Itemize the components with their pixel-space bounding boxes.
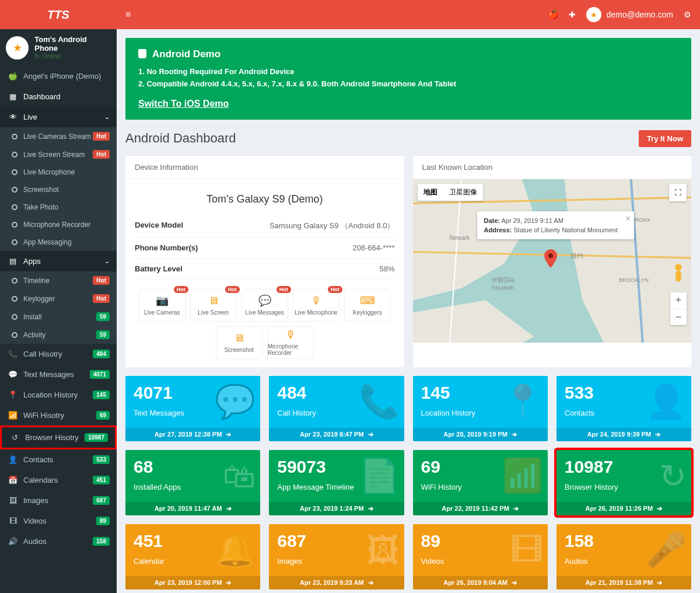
sidebar-item-live-microphone[interactable]: Live Microphone	[0, 163, 117, 181]
stat-card-app-message-timeline[interactable]: 59073App Message Timeline📄Apr 23, 2019 1…	[269, 450, 404, 515]
sidebar-item-location-history[interactable]: 📍Location History145	[0, 385, 117, 405]
stat-timestamp: Apr 24, 2019 9:39 PM	[556, 428, 691, 441]
stat-card-text-messages[interactable]: 4071Text Messages💬Apr 27, 2019 12:38 PM	[125, 376, 260, 441]
quick-icon: ⌨	[360, 294, 375, 307]
map[interactable]: Newark 纽约 THE BRONX BROOKLYN 伊丽莎白 Elizab…	[413, 179, 692, 343]
sidebar-item-contacts[interactable]: 👤Contacts533	[0, 449, 117, 470]
stat-card-installed-apps[interactable]: 68Installed Apps🛍Apr 20, 2019 11:47 AM	[125, 450, 260, 515]
stat-timestamp: Apr 23, 2019 8:47 PM	[269, 428, 404, 441]
close-icon[interactable]: ×	[626, 214, 631, 223]
sidebar-item-videos[interactable]: 🎞Videos89	[0, 511, 117, 531]
user-email[interactable]: demo@demo.com	[606, 10, 673, 19]
svg-text:伊丽莎白: 伊丽莎白	[491, 277, 514, 283]
fullscreen-icon[interactable]: ⛶	[669, 184, 687, 201]
sidebar-item-keylogger[interactable]: KeyloggerHot	[0, 289, 117, 308]
sidebar-item-install[interactable]: Install59	[0, 308, 117, 326]
topbar: ≡ 🍎 ✚ ★ demo@demo.com ⚙	[117, 0, 700, 29]
svg-point-13	[548, 253, 553, 258]
sidebar-item-screenshot[interactable]: Screenshot	[0, 181, 117, 198]
stat-timestamp: Apr 27, 2019 12:38 PM	[125, 428, 260, 441]
sidebar-item-browser-hisotry[interactable]: ↺Browser Hisotry10987	[0, 425, 117, 449]
stat-timestamp: Apr 20, 2019 11:47 AM	[125, 502, 260, 515]
dashboard-icon: ▦	[7, 92, 19, 101]
stat-card-images[interactable]: 687Images🖼Apr 23, 2019 9:23 AM	[269, 524, 404, 589]
stat-icon: 📞	[359, 382, 400, 421]
status-circle-icon	[12, 239, 18, 245]
sidebar-item-take-photo[interactable]: Take Photo	[0, 198, 117, 216]
sidebar-item-microphone-recorder[interactable]: Microphone Recorder	[0, 216, 117, 233]
stat-icon: 🎤	[646, 531, 687, 569]
sidebar-item-audios[interactable]: 🔊Audios158	[0, 531, 117, 552]
quick-live-cameras[interactable]: Hot📷Live Cameras	[139, 289, 186, 322]
status-circle-icon	[12, 222, 18, 228]
svg-rect-12	[676, 270, 681, 281]
stat-card-contacts[interactable]: 533Contacts👤Apr 24, 2019 9:39 PM	[556, 376, 691, 441]
sidebar-item-images[interactable]: 🖼Images687	[0, 490, 117, 511]
pegman-icon[interactable]	[670, 263, 687, 284]
stat-timestamp: Apr 22, 2019 11:42 PM	[413, 502, 548, 515]
stat-card-videos[interactable]: 89Videos🎞Apr 26, 2019 9:04 AM	[413, 524, 548, 589]
avatar: ★	[6, 36, 29, 60]
zoom-out-button[interactable]: −	[670, 309, 687, 325]
status-circle-icon	[12, 204, 18, 210]
settings-icon[interactable]: ⚙	[684, 10, 691, 19]
stat-timestamp: Apr 20, 2019 9:19 PM	[413, 428, 548, 441]
map-type-control[interactable]: 地图 卫星图像	[418, 184, 483, 201]
stat-card-wifi-history[interactable]: 69WiFi History📶Apr 22, 2019 11:42 PM	[413, 450, 548, 515]
nav-icon: 👤	[7, 455, 19, 464]
sidebar-item-call-hisotry[interactable]: 📞Call Hisotry484	[0, 344, 117, 364]
sidebar-item-activity[interactable]: Activity59	[0, 326, 117, 344]
sidebar-item-live-cameras-stream[interactable]: Live Cameras StreamHot	[0, 127, 117, 145]
stat-timestamp: Apr 26, 2019 11:26 PM	[556, 502, 691, 515]
sidebar-item-live-screen-stream[interactable]: Live Screen StreamHot	[0, 145, 117, 163]
apple-icon[interactable]: 🍎	[548, 10, 558, 19]
nav-icon: 📶	[7, 411, 19, 420]
stat-card-location-history[interactable]: 145Location History📍Apr 20, 2019 9:19 PM	[413, 376, 548, 441]
stat-card-browser-history[interactable]: 10987Browser History↻Apr 26, 2019 11:26 …	[556, 450, 691, 515]
quick-live-microphone[interactable]: Hot🎙Live Microphone	[293, 289, 340, 322]
user-panel[interactable]: ★ Tom's Android Phone Online	[0, 29, 117, 66]
stat-card-call-history[interactable]: 484Call History📞Apr 23, 2019 8:47 PM	[269, 376, 404, 441]
hamburger-icon[interactable]: ≡	[125, 9, 131, 20]
quick-icon: 📷	[156, 294, 169, 307]
stat-card-audios[interactable]: 158Audios🎤Apr 21, 2019 11:38 PM	[556, 524, 691, 589]
stat-timestamp: Apr 21, 2019 11:38 PM	[556, 576, 691, 589]
online-status: Online	[34, 53, 111, 60]
apps-icon: ▤	[7, 257, 19, 266]
nav-icon: ↺	[9, 433, 20, 442]
quick-live-messages[interactable]: Hot💬Live Messages	[242, 289, 288, 322]
stat-icon: 📶	[502, 456, 543, 495]
quick-screenshot[interactable]: 🖥Screenshot	[216, 326, 262, 359]
quick-icon: 🖥	[234, 332, 244, 344]
stat-icon: 💬	[215, 382, 256, 421]
sidebar-item-timeline[interactable]: TimelineHot	[0, 271, 117, 289]
stat-icon: 🖼	[367, 531, 400, 569]
sidebar-item-app-messaging[interactable]: App Messaging	[0, 233, 117, 251]
sidebar-item-calendars[interactable]: 📅Calendars451	[0, 470, 117, 490]
sidebar: TTS ★ Tom's Android Phone Online 🍏 Angel…	[0, 0, 117, 593]
demo-device-link[interactable]: 🍏 Angel's iPhone (Demo)	[0, 66, 117, 86]
map-info-window: × Date: Apr 29, 2019 9:11 AM Address: St…	[477, 211, 634, 239]
quick-live-screen[interactable]: Hot🖥Live Screen	[190, 289, 237, 322]
nav-dashboard[interactable]: ▦ Dashboard	[0, 86, 117, 107]
nav-icon: 💬	[7, 370, 19, 379]
quick-keyloggers[interactable]: ⌨Keyloggers	[344, 289, 391, 322]
sidebar-item-wifi-hisotry[interactable]: 📶WiFi Hisotry69	[0, 405, 117, 425]
nav-apps-header[interactable]: ▤ Apps ⌄	[0, 251, 117, 271]
sidebar-item-text-messages[interactable]: 💬Text Messages4071	[0, 364, 117, 385]
quick-icon: 🎙	[285, 329, 296, 341]
stat-card-calendar[interactable]: 451Calendar🔔Apr 23, 2019 12:00 PM	[125, 524, 260, 589]
try-it-button[interactable]: Try It Now	[639, 130, 691, 147]
stat-timestamp: Apr 23, 2019 1:24 PM	[269, 502, 404, 515]
svg-text:BROOKLYN: BROOKLYN	[618, 277, 648, 283]
nav-live-header[interactable]: 👁 Live ⌄	[0, 107, 117, 127]
android-icon[interactable]: ✚	[569, 10, 576, 19]
brand-logo[interactable]: TTS	[0, 0, 117, 29]
device-name: Tom's Android Phone	[34, 35, 111, 53]
quick-microphone-recorder[interactable]: 🎙Microphone Recorder	[267, 326, 314, 359]
quick-icon: 🎙	[311, 295, 321, 307]
switch-demo-link[interactable]: Switch To iOS Demo	[138, 99, 229, 109]
stat-icon: 👤	[646, 382, 687, 421]
user-avatar[interactable]: ★	[586, 7, 601, 22]
zoom-in-button[interactable]: +	[670, 292, 687, 309]
